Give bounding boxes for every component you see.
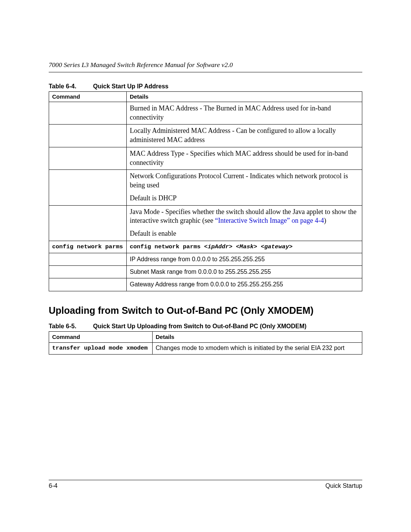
table-6-4-number: Table 6-4. [49,83,91,90]
table-6-5-title: Quick Start Up Uploading from Switch to … [93,323,306,329]
cell-details: IP Address range from 0.0.0.0 to 255.255… [127,253,362,266]
details-default: Default is enable [130,230,176,237]
table-6-4: Command Details Burned in MAC Address - … [49,91,362,291]
table-row: Gateway Address range from 0.0.0.0 to 25… [49,278,362,291]
footer-section: Quick Startup [325,482,362,489]
cell-details: MAC Address Type - Specifies which MAC a… [127,147,362,170]
table-row: Subnet Mask range from 0.0.0.0 to 255.25… [49,266,362,278]
cross-ref-link[interactable]: “Interactive Switch Image” on page 4-4 [215,217,324,224]
table-6-5-number: Table 6-5. [49,323,91,330]
page-footer: 6-4 Quick Startup [49,480,362,489]
cell-details: Java Mode - Specifies whether the switch… [127,205,362,241]
table-row: MAC Address Type - Specifies which MAC a… [49,147,362,170]
col-command: Command [49,92,127,102]
cell-command: config network parms [49,241,127,253]
col-details: Details [153,331,362,343]
cell-details: Changes mode to xmodem which is initiate… [153,343,362,355]
col-details: Details [127,92,362,102]
cell-details: Subnet Mask range from 0.0.0.0 to 255.25… [127,266,362,278]
cell-command: transfer upload mode xmodem [49,343,153,355]
table-row: transfer upload mode xmodem Changes mode… [49,343,362,355]
table-header-row: Command Details [49,92,362,102]
table-6-4-caption: Table 6-4. Quick Start Up IP Address [49,83,362,90]
table-row: Locally Administered MAC Address - Can b… [49,125,362,147]
col-command: Command [49,331,153,343]
details-text-post: ) [324,217,326,224]
page: 7000 Series L3 Managed Switch Reference … [0,0,411,532]
table-row: Java Mode - Specifies whether the switch… [49,205,362,241]
details-cmd-args: <ipAddr> <Mask> <gateway> [204,243,293,250]
details-cmd: config network parms [130,243,204,250]
cell-details: Locally Administered MAC Address - Can b… [127,125,362,147]
table-6-5-caption: Table 6-5. Quick Start Up Uploading from… [49,323,362,330]
cell-details: Network Configurations Protocol Current … [127,170,362,205]
page-number: 6-4 [49,482,57,489]
table-row: Network Configurations Protocol Current … [49,170,362,205]
table-row: config network parms config network parm… [49,241,362,253]
cell-details: config network parms <ipAddr> <Mask> <ga… [127,241,362,253]
table-row: IP Address range from 0.0.0.0 to 255.255… [49,253,362,266]
table-row: Burned in MAC Address - The Burned in MA… [49,102,362,125]
running-head: 7000 Series L3 Managed Switch Reference … [49,61,362,72]
table-6-5: Command Details transfer upload mode xmo… [49,331,362,355]
section-heading: Uploading from Switch to Out-of-Band PC … [49,305,362,316]
cell-details: Gateway Address range from 0.0.0.0 to 25… [127,278,362,291]
table-6-4-title: Quick Start Up IP Address [93,83,168,89]
details-text: Network Configurations Protocol Current … [130,172,348,189]
table-header-row: Command Details [49,331,362,343]
details-default: Default is DHCP [130,194,177,202]
cell-details: Burned in MAC Address - The Burned in MA… [127,102,362,125]
